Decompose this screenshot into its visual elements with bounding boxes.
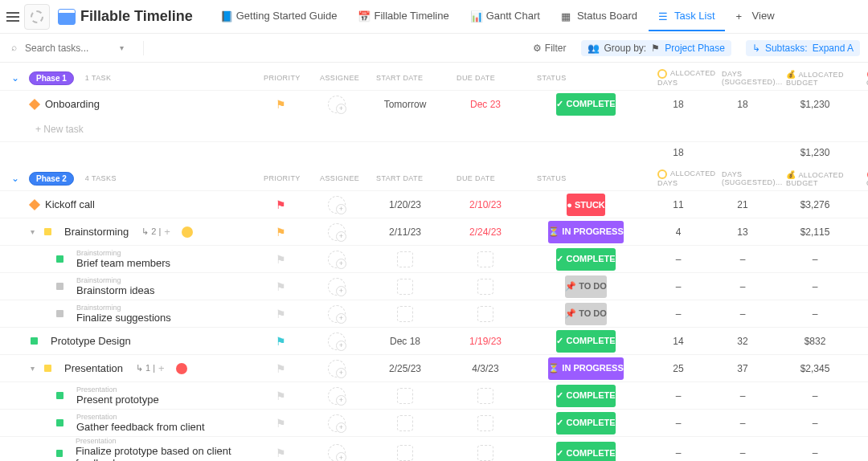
actual-cost[interactable]: – — [855, 437, 868, 461]
days-suggested[interactable]: 21 — [710, 191, 775, 218]
flag-icon[interactable]: ⚑ — [276, 308, 286, 320]
allocated-budget[interactable]: $2,115 — [775, 218, 855, 245]
col-assignee[interactable]: ASSIGNEE — [320, 74, 376, 82]
col-alloc[interactable]: ALLOCATED DAYS — [657, 69, 722, 87]
col-days[interactable]: DAYS (SUGGESTED)... — [722, 170, 786, 186]
date-placeholder[interactable] — [477, 251, 493, 267]
assignee-placeholder[interactable] — [328, 414, 346, 432]
status-pill[interactable]: 📌 TO DO — [565, 275, 607, 298]
collapse-icon[interactable]: ⌄ — [11, 72, 19, 84]
collapse-icon[interactable]: ⌄ — [11, 173, 19, 184]
phase-pill[interactable]: Phase 2 — [29, 172, 74, 186]
days-suggested[interactable]: 18 — [710, 91, 775, 117]
allocated-days[interactable]: – — [646, 437, 710, 461]
col-priority[interactable]: PRIORITY — [264, 174, 320, 182]
flag-icon[interactable]: ⚑ — [276, 198, 286, 211]
status-pill[interactable]: 📌 TO DO — [565, 303, 607, 325]
allocated-days[interactable]: 11 — [646, 191, 710, 218]
date-placeholder[interactable] — [477, 415, 493, 431]
days-suggested[interactable]: – — [710, 246, 775, 272]
start-date[interactable] — [365, 382, 445, 409]
due-date[interactable] — [445, 246, 526, 272]
due-date[interactable]: 2/10/23 — [445, 191, 526, 218]
subtask-count[interactable]: ↳ 2 | + — [141, 226, 170, 238]
allocated-budget[interactable]: $832 — [775, 328, 855, 354]
actual-cost[interactable]: – — [855, 300, 868, 327]
status-pill[interactable]: ✓ COMPLETE — [556, 248, 615, 271]
date-placeholder[interactable] — [477, 279, 493, 295]
col-start[interactable]: START DATE — [376, 74, 457, 82]
task-row[interactable]: ▾Brainstorming↳ 2 | + ⚑ 2/11/23 2/24/23 … — [0, 218, 868, 245]
group-by-control[interactable]: 👥 Group by: ⚑ Project Phase — [581, 40, 731, 56]
days-suggested[interactable]: – — [710, 300, 775, 327]
expand-icon[interactable]: ▾ — [31, 364, 35, 373]
status-pill[interactable]: ✓ COMPLETE — [556, 385, 615, 407]
date-placeholder[interactable] — [397, 306, 413, 322]
due-date[interactable]: Dec 23 — [445, 91, 526, 117]
days-suggested[interactable]: 32 — [710, 328, 775, 354]
status-pill[interactable]: ✓ COMPLETE — [556, 330, 615, 353]
due-date[interactable] — [445, 300, 526, 327]
start-date[interactable] — [365, 410, 445, 436]
start-date[interactable] — [365, 437, 445, 461]
assignee-placeholder[interactable] — [328, 96, 346, 113]
allocated-budget[interactable]: – — [775, 410, 855, 436]
allocated-days[interactable]: – — [646, 410, 710, 436]
task-row[interactable]: ▾Presentation↳ 1 | + ⚑ 2/25/23 4/3/23 ⏳ … — [0, 354, 868, 381]
assignee-placeholder[interactable] — [328, 196, 346, 214]
menu-icon[interactable] — [5, 9, 21, 25]
allocated-budget[interactable]: – — [775, 246, 855, 272]
actual-cost[interactable]: – — [855, 246, 868, 272]
due-date[interactable] — [445, 410, 526, 436]
date-placeholder[interactable] — [397, 415, 413, 431]
flag-icon[interactable]: ⚑ — [276, 447, 286, 459]
status-pill[interactable]: ⏳ IN PROGRESS — [548, 357, 623, 380]
tab-gantt-chart[interactable]: 📊Gantt Chart — [461, 2, 550, 31]
actual-cost[interactable]: $934 — [855, 91, 868, 117]
date-placeholder[interactable] — [397, 279, 413, 295]
tab-status-board[interactable]: ▦Status Board — [551, 2, 647, 31]
due-date[interactable] — [445, 273, 526, 300]
flag-icon[interactable]: ⚑ — [276, 253, 286, 266]
task-row[interactable]: Kickoff call ⚑ 1/20/23 2/10/23 ● STUCK 1… — [0, 190, 868, 218]
date-placeholder[interactable] — [477, 388, 493, 404]
subtask-count[interactable]: ↳ 1 | + — [136, 362, 165, 374]
allocated-days[interactable]: 25 — [646, 355, 710, 381]
tab-fillable-timeline[interactable]: 📅Fillable Timeline — [348, 2, 458, 31]
allocated-days[interactable]: – — [646, 273, 710, 300]
start-date[interactable] — [365, 273, 445, 300]
date-placeholder[interactable] — [397, 251, 413, 267]
assignee-placeholder[interactable] — [328, 387, 346, 405]
allocated-days[interactable]: – — [646, 382, 710, 409]
app-logo[interactable] — [24, 4, 50, 30]
col-alloc[interactable]: ALLOCATED DAYS — [657, 169, 722, 187]
task-row[interactable]: Prototype Design ⚑ Dec 18 1/19/23 ✓ COMP… — [0, 327, 868, 354]
status-pill[interactable]: ✓ COMPLETE — [556, 442, 615, 461]
subtask-row[interactable]: Brainstorming Brief team members ⚑ ✓ COM… — [0, 245, 868, 272]
flag-icon[interactable]: ⚑ — [276, 417, 286, 430]
tab-task-list[interactable]: ☰Task List — [649, 2, 725, 31]
start-date[interactable] — [365, 300, 445, 327]
assignee-placeholder[interactable] — [328, 223, 346, 241]
status-pill[interactable]: ✓ COMPLETE — [556, 412, 615, 434]
due-date[interactable]: 1/19/23 — [445, 328, 526, 354]
start-date[interactable]: 2/11/23 — [365, 218, 445, 245]
actual-cost[interactable]: $874 — [855, 218, 868, 245]
subtask-row[interactable]: Presentation Finalize prototype based on… — [0, 436, 868, 461]
add-subtask-icon[interactable]: + — [164, 226, 170, 238]
start-date[interactable] — [365, 246, 445, 272]
new-task-button[interactable]: + New task — [0, 117, 868, 141]
actual-cost[interactable]: $3,125 — [855, 191, 868, 218]
start-date[interactable]: Dec 18 — [365, 328, 445, 354]
col-due[interactable]: DUE DATE — [457, 74, 537, 82]
days-suggested[interactable]: 13 — [710, 218, 775, 245]
start-date[interactable]: 1/20/23 — [365, 191, 445, 218]
actual-cost[interactable]: – — [855, 273, 868, 300]
allocated-budget[interactable]: – — [775, 273, 855, 300]
assignee-placeholder[interactable] — [328, 360, 346, 377]
allocated-budget[interactable]: – — [775, 300, 855, 327]
allocated-budget[interactable]: $1,230 — [775, 91, 855, 117]
due-date[interactable] — [445, 382, 526, 409]
expand-icon[interactable]: ▾ — [31, 227, 35, 236]
col-status[interactable]: STATUS — [537, 74, 657, 82]
